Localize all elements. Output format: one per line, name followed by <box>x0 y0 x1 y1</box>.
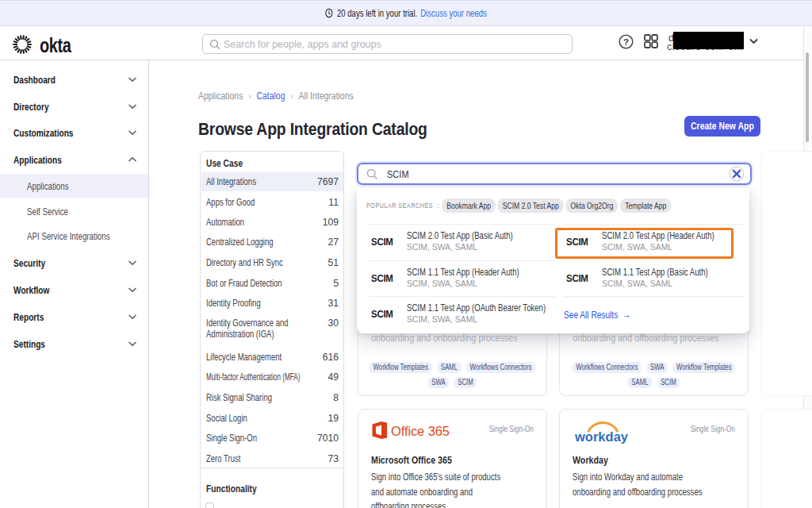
svg-text:Office 365: Office 365 <box>391 424 450 438</box>
svg-text:?: ? <box>623 37 629 47</box>
svg-text:workday: workday <box>574 429 629 444</box>
